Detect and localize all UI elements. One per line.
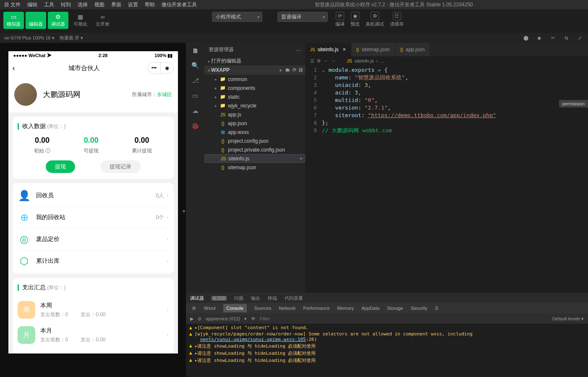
tool-可视化[interactable]: ▦可视化	[70, 12, 91, 29]
permission-flag[interactable]: permission	[559, 100, 588, 107]
cloud-icon[interactable]: ☁	[186, 103, 204, 118]
nav-list-icon[interactable]: ☰	[310, 58, 314, 64]
block-icon[interactable]: ⊘	[198, 316, 201, 322]
menu-file[interactable]: 目 文件	[2, 0, 23, 9]
stat-item: 0.00累计提现	[132, 136, 152, 154]
tab-debugger[interactable]: 调试器	[190, 295, 204, 301]
tab-issues[interactable]: 问题	[234, 295, 243, 301]
bookmark-icon[interactable]: ⛨	[317, 58, 321, 63]
menu-settings[interactable]: 设置	[125, 0, 141, 9]
tab-performance[interactable]: Performance	[303, 306, 330, 311]
tab-quality[interactable]: 代码质量	[285, 295, 303, 301]
file-app.wxss[interactable]: ▦app.wxss	[204, 128, 305, 136]
tab-siteinfo.js[interactable]: JSsiteinfo.js×	[305, 43, 351, 56]
entry-累计出库[interactable]: ⬡累计出库›	[18, 250, 169, 272]
bug-icon[interactable]: 🐞	[186, 118, 204, 134]
tab-more[interactable]: S	[435, 306, 438, 311]
close-tab-icon[interactable]: ×	[343, 47, 346, 52]
back-icon[interactable]: ‹	[13, 64, 21, 73]
breadcrumb-symbol[interactable]: ...	[380, 58, 384, 63]
tab-app.json[interactable]: {}app.json	[395, 43, 430, 56]
filter-input[interactable]	[260, 316, 548, 321]
file-app.json[interactable]: {}app.json	[204, 119, 305, 128]
tool-模拟器[interactable]: ▭模拟器	[3, 12, 24, 29]
play-icon[interactable]: ▶	[190, 316, 193, 322]
eye-icon[interactable]: 👁	[251, 316, 256, 321]
tab-network[interactable]: Network	[279, 306, 295, 311]
code-area: JSsiteinfo.js×{}sitemap.json{}app.json ☰…	[305, 43, 588, 293]
tab-sitemap.json[interactable]: {}sitemap.json	[351, 43, 395, 56]
withdraw-button[interactable]: 提现	[46, 160, 75, 173]
file-project.config.json[interactable]: {}project.config.json	[204, 136, 305, 145]
tool-云开发[interactable]: ∞云开发	[92, 12, 113, 29]
file-sitemap.json[interactable]: {}sitemap.json	[204, 163, 305, 172]
tab-security[interactable]: Security	[411, 306, 428, 311]
navbar: ‹ 城市合伙人 ••• ◉	[8, 60, 178, 76]
payout-本周[interactable]: 周本周支出笔数：0支出：0.00›	[18, 297, 169, 322]
action-清缓存[interactable]: ☷清缓存	[390, 12, 404, 27]
tab-console[interactable]: Console	[223, 304, 247, 312]
withdraw-record-button[interactable]: 提现记录	[100, 160, 141, 173]
file-siteinfo.js[interactable]: JSsiteinfo.js	[204, 154, 305, 163]
box-icon[interactable]: ▭	[186, 88, 204, 103]
breadcrumb-file[interactable]: siteinfo.js	[355, 58, 374, 63]
tool-调试器[interactable]: ⚙调试器	[48, 12, 68, 29]
code-content[interactable]: ⌄ module.exports = { name: "智慧废品回收系统", u…	[322, 66, 496, 293]
menu-dots-icon[interactable]: •••	[148, 63, 161, 73]
tab-output[interactable]: 输出	[251, 295, 260, 301]
file-static[interactable]: ▸📁static	[204, 92, 305, 101]
arrow-right-icon[interactable]: →	[331, 58, 336, 63]
hotreload-select[interactable]: 热重载 开 ▾	[60, 35, 83, 41]
file-components[interactable]: ▸📁components	[204, 84, 305, 92]
tab-appdata[interactable]: AppData	[361, 306, 379, 311]
open-editors-header[interactable]: ▸打开的编辑器	[204, 57, 305, 65]
tab-sources[interactable]: Sources	[254, 306, 271, 311]
tab-wxml[interactable]: Wxml	[204, 306, 216, 311]
action-真机调试[interactable]: ⚙真机调试	[366, 12, 384, 27]
tab-storage[interactable]: Storage	[387, 306, 403, 311]
tab-terminal[interactable]: 终端	[268, 295, 277, 301]
menu-goto[interactable]: 转到	[58, 0, 73, 9]
arrow-left-icon[interactable]: ←	[324, 58, 329, 63]
more-icon[interactable]: …	[296, 46, 301, 53]
file-common[interactable]: ▸📁common	[204, 75, 305, 84]
compile-select[interactable]: 普通编译	[277, 12, 328, 22]
branch-icon[interactable]: ⎇	[186, 73, 204, 88]
tab-memory[interactable]: Memory	[337, 306, 354, 311]
menu-select[interactable]: 选择	[75, 0, 90, 9]
new-file-icon[interactable]: ＋	[278, 67, 283, 73]
entry-我的回收站[interactable]: ⊕我的回收站0个›	[18, 207, 169, 228]
action-预览[interactable]: ◉预览	[350, 12, 360, 27]
action-编译[interactable]: ⟳编译	[335, 12, 345, 27]
entry-废品定价[interactable]: ◎废品定价›	[18, 228, 169, 250]
inspector-icon[interactable]: ⯐	[192, 306, 196, 311]
device-select[interactable]: ne 6/7/8 Plus 100% 16 ▾	[4, 35, 55, 41]
arrows-icon[interactable]: ⇆	[562, 34, 570, 42]
menu-ui[interactable]: 界面	[109, 0, 124, 9]
menu-help[interactable]: 帮助	[142, 0, 157, 9]
file-wjyk_recycle[interactable]: ▸📁wjyk_recycle	[204, 101, 305, 110]
close-circle-icon[interactable]: ◉	[161, 63, 173, 73]
tool-编辑器[interactable]: 编辑器	[26, 12, 46, 29]
menu-devtools[interactable]: 微信开发者工具	[159, 0, 199, 9]
project-root[interactable]: ▾WXAPP ＋ 🖿 ⟳ ⊟	[204, 65, 305, 75]
new-folder-icon[interactable]: 🖿	[285, 67, 290, 73]
rec2-icon[interactable]: ◉	[535, 34, 544, 42]
menu-view[interactable]: 视图	[92, 0, 107, 9]
refresh-icon[interactable]: ⟳	[293, 67, 296, 73]
search-icon[interactable]: 🔍	[186, 58, 204, 73]
context-select[interactable]: appservice (#12)	[206, 316, 240, 321]
entry-回收员[interactable]: 👤回收员0人›	[18, 185, 169, 207]
payout-本月[interactable]: 月本月支出笔数：0支出：0.00›	[18, 322, 169, 348]
file-app.js[interactable]: JSapp.js	[204, 110, 305, 119]
levels-select[interactable]: Default levels ▾	[552, 316, 584, 322]
mode-select[interactable]: 小程序模式	[212, 12, 262, 22]
collapse-icon[interactable]: ⊟	[299, 67, 303, 73]
rec-icon[interactable]: ⬤	[522, 34, 530, 42]
scissors-icon[interactable]: ✂	[549, 34, 557, 42]
menu-edit[interactable]: 编辑	[25, 0, 40, 9]
expand-icon[interactable]: ⤢	[575, 34, 584, 42]
file-project.private.config.json[interactable]: {}project.private.config.json	[204, 145, 305, 154]
explorer-icon[interactable]: 🗎	[186, 43, 204, 58]
menu-tools[interactable]: 工具	[42, 0, 57, 9]
